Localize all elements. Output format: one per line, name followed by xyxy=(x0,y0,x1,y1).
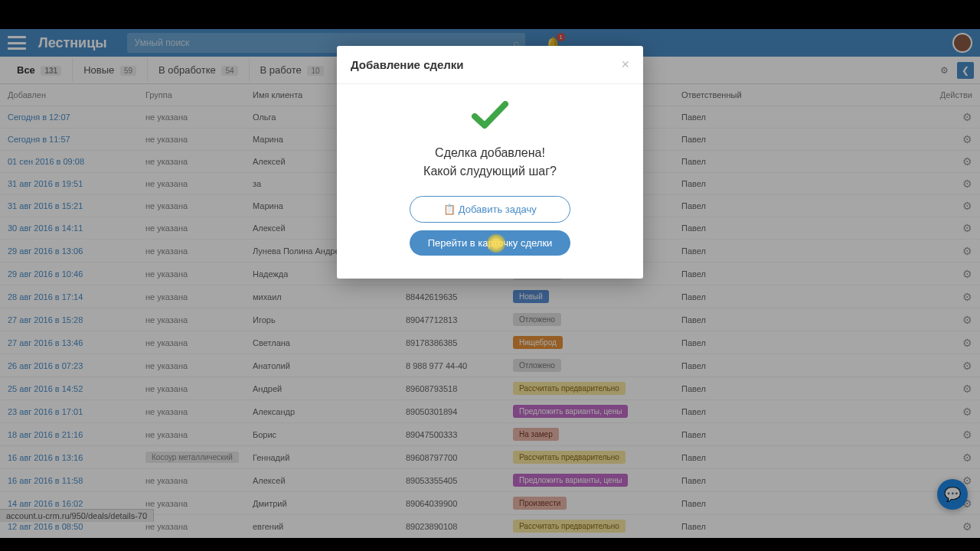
check-icon xyxy=(471,99,509,130)
goto-deal-button[interactable]: Перейти в карточку сделки xyxy=(410,230,570,256)
modal-message: Сделка добавлена! Какой слудующий шаг? xyxy=(360,144,620,181)
modal-title: Добавление сделки xyxy=(351,58,464,71)
add-deal-modal: Добавление сделки × Сделка добавлена! Ка… xyxy=(337,46,643,279)
close-icon[interactable]: × xyxy=(621,57,629,73)
add-task-button[interactable]: 📋 Добавить задачу xyxy=(410,196,570,223)
